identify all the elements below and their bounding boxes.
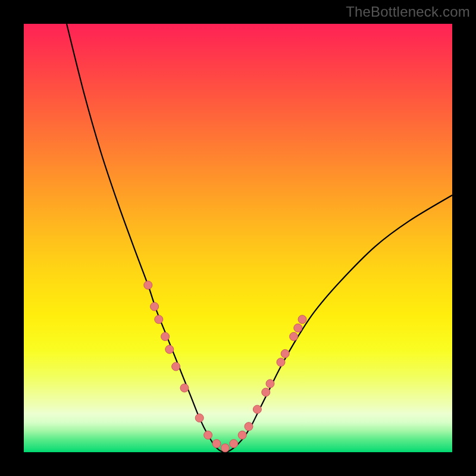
sample-dot (144, 281, 152, 289)
sample-dot (230, 440, 238, 448)
sample-dot (277, 358, 285, 367)
sample-dot (161, 333, 170, 341)
sample-dot (195, 414, 203, 422)
sample-dot (238, 431, 246, 439)
sample-dot (155, 315, 163, 324)
sample-dot (281, 349, 289, 358)
sample-dot (151, 302, 159, 311)
sample-dot (172, 362, 180, 371)
bottleneck-curve (67, 24, 452, 452)
sample-dot (298, 315, 306, 324)
sample-dot (262, 388, 270, 396)
curve-svg (24, 24, 452, 452)
sample-dot (253, 405, 261, 414)
sample-dots (144, 281, 306, 452)
sample-dot (165, 345, 174, 353)
plot-area (24, 24, 452, 452)
sample-dot (245, 422, 253, 431)
sample-dot (294, 324, 302, 332)
sample-dot (180, 384, 189, 392)
sample-dot (266, 380, 274, 388)
outer-frame: TheBottleneck.com (0, 0, 476, 476)
sample-dot (290, 333, 298, 341)
sample-dot (204, 431, 212, 439)
sample-dot (221, 444, 229, 452)
sample-dot (212, 440, 221, 448)
watermark-text: TheBottleneck.com (346, 4, 470, 20)
